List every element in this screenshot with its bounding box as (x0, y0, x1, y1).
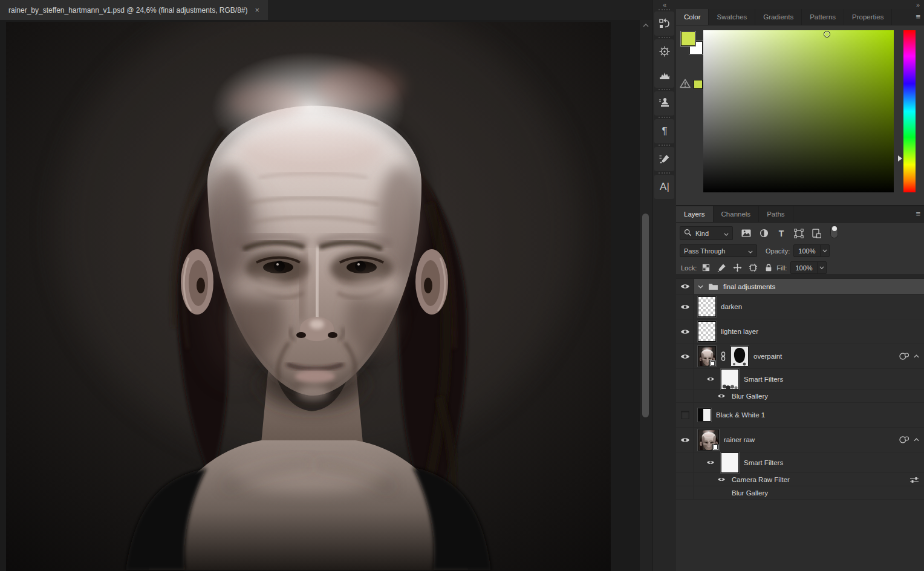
tab-color[interactable]: Color (676, 9, 709, 25)
panel-button-histogram[interactable] (654, 64, 675, 88)
layer-row-overpaint[interactable]: overpaint (676, 344, 924, 369)
color-panel-menu-icon[interactable]: ≡ (916, 13, 920, 21)
scrollbar-thumb[interactable] (642, 214, 649, 417)
collapse-dock-icon[interactable]: « (652, 0, 676, 10)
lock-pixels-button[interactable] (716, 263, 727, 273)
layer-row-rainer-raw[interactable]: rainer raw (676, 428, 924, 452)
panel-button-character[interactable]: A| (654, 175, 675, 199)
expand-dock-icon[interactable]: » (916, 1, 919, 8)
right-panel-dock: » ColorSwatchesGradientsPatternsProperti… (676, 0, 924, 571)
visibility-gutter[interactable] (676, 279, 694, 294)
lock-transparency-button[interactable] (700, 263, 711, 273)
adjustment-layer-filter-icon[interactable] (758, 228, 770, 239)
layer-row-smart-filters[interactable]: Smart Filters (676, 369, 924, 390)
filter-mask-thumbnail[interactable] (721, 452, 739, 473)
lock-position-button[interactable] (732, 263, 743, 273)
hue-slider[interactable] (903, 30, 916, 192)
layer-row-blur-gallery[interactable]: Blur Gallery (676, 486, 924, 500)
lock-all-button[interactable] (763, 263, 774, 273)
visibility-gutter[interactable] (676, 403, 694, 427)
group-expander-chevron-icon[interactable] (698, 285, 703, 289)
visibility-toggle-eye-icon[interactable] (680, 304, 690, 310)
visibility-gutter[interactable] (676, 295, 694, 319)
gamut-warning-icon[interactable] (680, 79, 691, 90)
tab-channels[interactable]: Channels (714, 206, 760, 222)
tab-gradients[interactable]: Gradients (755, 9, 802, 25)
visibility-toggle-eye-icon[interactable] (706, 376, 714, 382)
layer-filter-kind-select[interactable]: Kind (680, 226, 733, 240)
collapse-effects-caret-icon[interactable] (914, 438, 919, 442)
saturation-brightness-field[interactable] (703, 30, 894, 192)
layer-thumbnail-portrait[interactable] (698, 346, 716, 367)
blend-mode-select[interactable]: Pass Through (680, 244, 757, 257)
layer-row-final-adjustments[interactable]: final adjustments (676, 279, 924, 295)
panel-button-navigator[interactable] (654, 39, 675, 64)
type-layer-filter-icon[interactable]: T (775, 228, 787, 239)
layer-row-blur-gallery[interactable]: Blur Gallery (676, 390, 924, 403)
layer-filtering-toggle[interactable] (830, 225, 838, 238)
pixel-layer-filter-icon[interactable] (740, 228, 752, 239)
close-document-icon[interactable]: × (255, 5, 260, 15)
layer-thumbnail-portrait[interactable] (698, 429, 719, 451)
layer-row-smart-filters[interactable]: Smart Filters (676, 452, 924, 473)
visibility-toggle-eye-icon[interactable] (680, 328, 690, 335)
visibility-gutter[interactable] (676, 473, 694, 486)
foreground-color-swatch[interactable] (681, 31, 695, 46)
visibility-toggle-eye-icon[interactable] (717, 393, 725, 399)
tab-properties[interactable]: Properties (844, 9, 892, 25)
gamut-corrected-swatch[interactable] (694, 80, 703, 89)
layer-row-camera-raw-filter[interactable]: Camera Raw Filter (676, 473, 924, 486)
collapse-effects-caret-icon[interactable] (914, 354, 919, 358)
adjustment-layer-thumbnail[interactable] (698, 408, 711, 422)
panel-button-paragraph[interactable]: ¶ (654, 119, 675, 143)
mask-link-icon[interactable] (721, 351, 726, 361)
scroll-up-icon[interactable] (640, 21, 652, 30)
layer-thumbnail-transparent[interactable] (698, 296, 716, 317)
filter-settings-icon[interactable] (909, 476, 919, 483)
visibility-toggle-eye-icon[interactable] (680, 353, 690, 360)
tab-paths[interactable]: Paths (759, 206, 793, 222)
visibility-toggle-eye-icon[interactable] (706, 460, 714, 465)
chevron-down-icon[interactable] (817, 262, 826, 273)
color-picker-cursor[interactable] (824, 31, 830, 38)
tab-swatches[interactable]: Swatches (709, 9, 755, 25)
visibility-gutter[interactable] (676, 428, 694, 452)
canvas-vertical-scrollbar[interactable] (640, 20, 652, 571)
fill-input[interactable]: 100% (790, 261, 826, 274)
document-tab[interactable]: rainer_by_steffen_hartmann_v1.psd @ 24,6… (0, 0, 268, 20)
visibility-gutter[interactable] (676, 319, 694, 344)
layer-mask-thumbnail[interactable] (730, 346, 749, 367)
fill-value[interactable]: 100% (791, 264, 816, 272)
layers-panel-menu-icon[interactable]: ≡ (916, 210, 920, 218)
panel-button-clone-source[interactable] (654, 91, 675, 116)
visibility-gutter[interactable] (676, 344, 694, 368)
layer-row-lighten-layer[interactable]: lighten layer (676, 319, 924, 344)
smart-filter-indicator-icon[interactable] (899, 436, 909, 444)
chevron-down-icon[interactable] (820, 245, 829, 256)
filter-mask-thumbnail[interactable] (721, 369, 739, 390)
shape-layer-filter-icon[interactable] (793, 228, 805, 239)
visibility-toggle-eye-icon[interactable] (680, 283, 690, 290)
visibility-gutter[interactable] (676, 369, 694, 389)
tab-patterns[interactable]: Patterns (802, 9, 844, 25)
canvas-artwork[interactable] (6, 22, 611, 571)
visibility-toggle-empty[interactable] (681, 411, 689, 419)
lock-artboard-button[interactable] (747, 263, 758, 273)
smart-filter-indicator-icon[interactable] (899, 352, 909, 361)
opacity-value[interactable]: 100% (794, 247, 819, 255)
layer-thumbnail-transparent[interactable] (698, 321, 716, 342)
visibility-gutter[interactable] (676, 452, 694, 472)
tab-layers[interactable]: Layers (676, 206, 714, 222)
panel-button-history[interactable] (654, 11, 675, 36)
panel-button-brush-settings[interactable] (654, 147, 675, 171)
visibility-toggle-eye-icon[interactable] (717, 477, 725, 482)
visibility-gutter[interactable] (676, 390, 694, 402)
visibility-gutter[interactable] (676, 486, 694, 499)
layer-row-black-white-1[interactable]: Black & White 1 (676, 403, 924, 428)
visibility-toggle-eye-icon[interactable] (680, 437, 690, 443)
canvas-area[interactable] (0, 20, 652, 571)
opacity-input[interactable]: 100% (793, 244, 829, 257)
layer-row-darken[interactable]: darken (676, 295, 924, 319)
hue-slider-pointer[interactable] (898, 155, 902, 162)
smart-object-filter-icon[interactable] (810, 228, 822, 239)
